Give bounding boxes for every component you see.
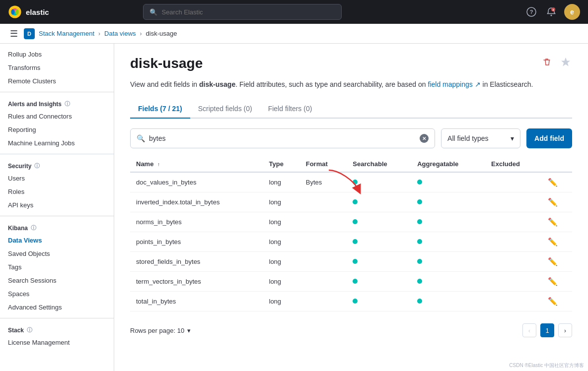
sidebar-item-rollup-jobs[interactable]: Rollup Jobs (0, 48, 114, 61)
sidebar-item-roles[interactable]: Roles (0, 185, 114, 198)
tab-field-filters[interactable]: Field filters (0) (260, 100, 320, 119)
sidebar-item-spaces[interactable]: Spaces (0, 287, 114, 301)
delete-button[interactable] (540, 56, 553, 71)
cell-format-0: Bytes (300, 172, 347, 192)
edit-field-button-4[interactable]: ✏️ (548, 257, 558, 266)
tab-scripted-fields[interactable]: Scripted fields (0) (190, 100, 260, 119)
table-container: Name ↑ Type Format Searchable Aggregatab… (130, 156, 572, 311)
searchable-dot (353, 299, 358, 304)
next-page-button[interactable]: › (558, 323, 572, 337)
sidebar-section-kibana-label: Kibana (8, 225, 28, 232)
breadcrumb-data-views[interactable]: Data views (104, 30, 136, 37)
user-avatar[interactable]: e (564, 4, 580, 20)
sidebar-item-saved-objects[interactable]: Saved Objects (0, 247, 114, 260)
col-name[interactable]: Name ↑ (130, 156, 263, 172)
cell-aggregatable-5 (411, 272, 485, 292)
cell-edit-6: ✏️ (542, 292, 572, 311)
pagination-bar: Rows per page: 10 ▾ ‹ 1 › (130, 317, 572, 337)
sidebar-item-api-keys[interactable]: API keys (0, 198, 114, 212)
table-row: norms_in_bytes long ✏️ (130, 212, 572, 232)
col-excluded: Excluded (485, 156, 542, 172)
sidebar-above-items: Rollup Jobs Transforms Remote Clusters (0, 48, 114, 88)
nav-icons: ? 3 e (524, 4, 580, 20)
cell-type-1: long (263, 192, 300, 212)
cell-excluded-1 (485, 192, 542, 212)
cell-edit-1: ✏️ (542, 192, 572, 212)
sidebar-item-data-views[interactable]: Data Views (0, 234, 114, 247)
sidebar-item-search-sessions[interactable]: Search Sessions (0, 274, 114, 287)
prev-page-button[interactable]: ‹ (522, 323, 536, 337)
cell-name-1: inverted_index.total_in_bytes (130, 192, 263, 212)
field-search-container[interactable]: 🔍 ✕ (130, 128, 435, 148)
table-body: doc_values_in_bytes long Bytes ✏️ invert… (130, 172, 572, 311)
edit-field-button-6[interactable]: ✏️ (548, 297, 558, 306)
breadcrumb-sep-1: › (98, 30, 100, 37)
sidebar-item-tags[interactable]: Tags (0, 260, 114, 274)
fields-table: Name ↑ Type Format Searchable Aggregatab… (130, 156, 572, 311)
cell-searchable-5 (347, 272, 411, 292)
sidebar-item-ml-jobs[interactable]: Machine Learning Jobs (0, 136, 114, 150)
sidebar-item-remote-clusters[interactable]: Remote Clusters (0, 74, 114, 88)
cell-aggregatable-2 (411, 212, 485, 232)
cell-format-4 (300, 252, 347, 272)
cell-excluded-2 (485, 212, 542, 232)
edit-field-button-0[interactable]: ✏️ (548, 178, 558, 187)
sidebar-item-users[interactable]: Users (0, 172, 114, 185)
rows-per-page-label: Rows per page: 10 (130, 327, 184, 334)
search-field-icon: 🔍 (137, 134, 145, 142)
add-field-button[interactable]: Add field (526, 128, 572, 148)
rows-chevron-icon: ▾ (187, 327, 191, 334)
cell-searchable-3 (347, 232, 411, 252)
help-button[interactable]: ? (524, 5, 538, 19)
field-mappings-link[interactable]: field mappings ↗ (428, 80, 481, 88)
sidebar-item-transforms[interactable]: Transforms (0, 61, 114, 74)
cell-name-0: doc_values_in_bytes (130, 172, 263, 192)
notifications-button[interactable]: 3 (544, 5, 558, 19)
cell-aggregatable-4 (411, 252, 485, 272)
cell-format-3 (300, 232, 347, 252)
favorite-button[interactable] (559, 56, 572, 71)
tab-fields[interactable]: Fields (7 / 21) (130, 100, 190, 119)
sidebar-item-reporting[interactable]: Reporting (0, 123, 114, 136)
cell-aggregatable-6 (411, 292, 485, 311)
global-search-bar[interactable]: 🔍 (143, 4, 342, 20)
sidebar-section-alerts: Alerts and Insights ⓘ (0, 96, 114, 110)
sidebar-info-icon-kibana[interactable]: ⓘ (31, 224, 36, 232)
elastic-logo-icon (8, 5, 22, 19)
help-icon: ? (526, 7, 536, 17)
aggregatable-dot (417, 180, 422, 185)
sidebar-info-icon-stack[interactable]: ⓘ (27, 326, 32, 334)
aggregatable-dot (417, 239, 422, 244)
breadcrumb-sep-2: › (140, 30, 142, 37)
notifications-icon: 3 (546, 7, 556, 17)
page-1-button[interactable]: 1 (540, 323, 554, 337)
sidebar-info-icon-alerts[interactable]: ⓘ (65, 100, 70, 108)
clear-search-button[interactable]: ✕ (420, 134, 429, 143)
rows-per-page[interactable]: Rows per page: 10 ▾ (130, 327, 191, 334)
elastic-text: elastic (26, 8, 49, 16)
sidebar-item-license-management[interactable]: License Management (0, 336, 114, 349)
table-header: Name ↑ Type Format Searchable Aggregatab… (130, 156, 572, 172)
cell-type-3: long (263, 232, 300, 252)
field-types-dropdown[interactable]: All field types ▾ (441, 128, 520, 148)
sidebar-section-kibana: Kibana ⓘ (0, 220, 114, 234)
searchable-dot (353, 279, 358, 284)
edit-field-button-1[interactable]: ✏️ (548, 197, 558, 207)
cell-aggregatable-0 (411, 172, 485, 192)
sidebar-item-rules-connectors[interactable]: Rules and Connectors (0, 110, 114, 123)
edit-field-button-2[interactable]: ✏️ (548, 217, 558, 227)
sidebar: Rollup Jobs Transforms Remote Clusters A… (0, 44, 114, 371)
edit-field-button-3[interactable]: ✏️ (548, 237, 558, 247)
sidebar-info-icon-security[interactable]: ⓘ (34, 162, 40, 170)
cell-excluded-4 (485, 252, 542, 272)
menu-button[interactable]: ☰ (8, 26, 20, 41)
field-search-input[interactable] (149, 134, 420, 142)
cell-name-5: term_vectors_in_bytes (130, 272, 263, 292)
breadcrumb-stack-management[interactable]: Stack Management (39, 30, 94, 37)
sidebar-section-security: Security ⓘ (0, 158, 114, 172)
edit-field-button-5[interactable]: ✏️ (548, 277, 558, 286)
sidebar-item-advanced-settings[interactable]: Advanced Settings (0, 301, 114, 314)
page-description: View and edit fields in disk-usage. Fiel… (130, 79, 572, 90)
global-search-input[interactable] (161, 8, 335, 16)
cell-type-4: long (263, 252, 300, 272)
